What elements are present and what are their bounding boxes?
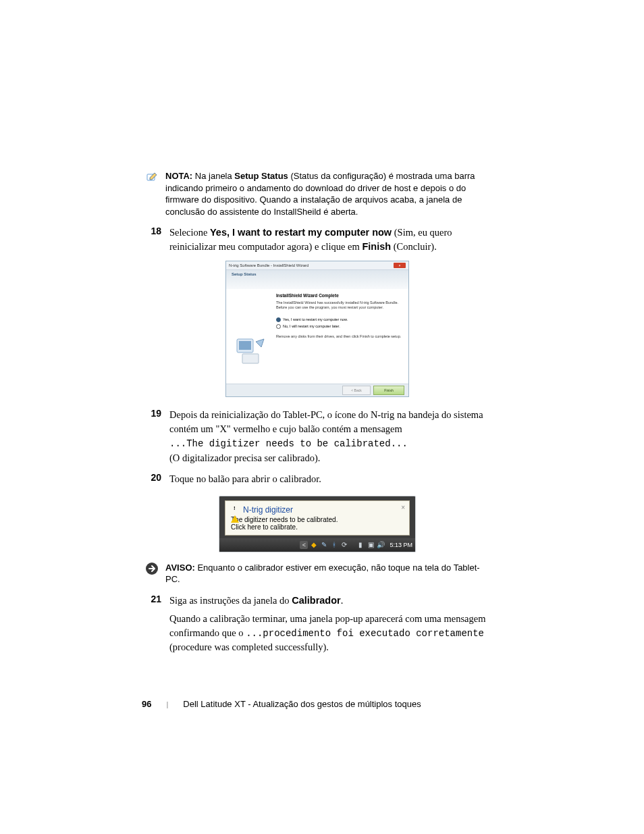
volume-icon[interactable]: 🔊 [377, 541, 385, 549]
text: . [341, 595, 344, 606]
installer-screenshot: N-trig Software Bundle - InstallShield W… [225, 261, 409, 397]
warning-icon [231, 506, 239, 514]
nota-bold: Setup Status [234, 171, 288, 181]
nota-callout: NOTA: Na janela Setup Status (Status da … [145, 170, 489, 217]
close-icon[interactable]: × [401, 504, 405, 511]
radio-unselected-icon [276, 324, 281, 329]
nota-label: NOTA: [165, 171, 192, 181]
note-pencil-icon [145, 170, 159, 184]
balloon-title: N-trig digitizer [243, 505, 293, 515]
bluetooth-icon[interactable]: ᚼ [330, 541, 338, 549]
step-body: Siga as instruções da janela do Calibrad… [169, 594, 489, 654]
code-text: ...procedimento foi executado corretamen… [246, 628, 484, 639]
tray-expand-icon[interactable]: < [300, 541, 308, 549]
balloon-screenshot: × N-trig digitizer The digitizer needs t… [219, 496, 416, 552]
installer-para2: Remove any disks from their drives, and … [276, 334, 402, 339]
text: Siga as instruções da janela do [169, 595, 292, 606]
radio-selected-icon [276, 317, 281, 322]
step-19: 19 Depois da reinicialização do Tablet-P… [145, 408, 489, 465]
radio-yes[interactable]: Yes, I want to restart my computer now. [276, 317, 402, 322]
aviso-text: Enquanto o calibrador estiver em execuçã… [165, 563, 480, 585]
code-text: ...The digitizer needs to be calibrated.… [169, 438, 408, 449]
bold-text: Yes, I want to restart my computer now [210, 227, 392, 238]
back-button[interactable]: < Back [342, 386, 371, 395]
nota-text: NOTA: Na janela Setup Status (Status da … [165, 170, 489, 217]
clock[interactable]: 5:13 PM [390, 542, 412, 548]
installer-titlebar: N-trig Software Bundle - InstallShield W… [226, 261, 408, 270]
aviso-label: AVISO: [165, 563, 195, 573]
battery-icon[interactable]: ▮ [356, 541, 365, 549]
page-number: 96 [142, 699, 151, 709]
installer-art [226, 289, 273, 384]
step-number: 19 [145, 408, 161, 419]
aviso-text-wrap: AVISO: Enquanto o calibrador estiver em … [165, 562, 489, 585]
close-icon[interactable]: × [394, 263, 406, 268]
radio-label: Yes, I want to restart my computer now. [283, 317, 348, 321]
network-icon[interactable]: ▣ [367, 541, 375, 549]
footer-separator: | [166, 700, 168, 708]
text: (Concluir). [391, 241, 437, 252]
aviso-callout: AVISO: Enquanto o calibrador estiver em … [145, 562, 489, 585]
footer-title: Dell Latitude XT - Atualização dos gesto… [183, 699, 421, 709]
balloon-line2: Click here to calibrate. [231, 523, 404, 531]
window-title: N-trig Software Bundle - InstallShield W… [229, 263, 308, 267]
step-body: Depois da reinicialização do Tablet-PC, … [169, 408, 489, 465]
step-number: 21 [145, 594, 161, 604]
balloon-title-row: N-trig digitizer [231, 505, 404, 515]
text: Selecione [169, 227, 210, 238]
installer-heading: InstallShield Wizard Complete [276, 293, 402, 298]
step-number: 18 [145, 226, 161, 236]
step-20: 20 Toque no balão para abrir o calibrado… [145, 472, 489, 486]
step-21: 21 Siga as instruções da janela do Calib… [145, 594, 489, 654]
text: Depois da reinicialização do Tablet-PC, … [169, 409, 483, 434]
text: (O digitalizador precisa ser calibrado). [169, 452, 320, 463]
taskbar: < ◆ ✎ ᚼ ⟳ ▮ ▣ 🔊 5:13 PM [219, 538, 415, 552]
installer-bottombar: < Back Finish [226, 384, 408, 396]
step-body: Toque no balão para abrir o calibrador. [169, 472, 321, 486]
step-body: Selecione Yes, I want to restart my comp… [169, 226, 489, 254]
bold-text: Calibrador [292, 595, 341, 606]
bold-text: Finish [362, 241, 391, 252]
balloon[interactable]: × N-trig digitizer The digitizer needs t… [225, 500, 410, 536]
installer-para: The InstallShield Wizard has successfull… [276, 301, 402, 310]
page-footer: 96 | Dell Latitude XT - Atualização dos … [142, 699, 421, 709]
svg-rect-3 [242, 354, 259, 363]
svg-rect-2 [239, 341, 251, 350]
finish-button[interactable]: Finish [373, 386, 404, 395]
installer-banner: Setup Status [226, 270, 408, 289]
sync-icon[interactable]: ⟳ [340, 541, 348, 549]
pen-icon[interactable]: ✎ [320, 541, 328, 549]
radio-label: No, I will restart my computer later. [283, 324, 340, 328]
shield-icon[interactable]: ◆ [310, 541, 318, 549]
step-number: 20 [145, 472, 161, 483]
text: (procedure was completed successfully). [169, 642, 329, 652]
balloon-line1: The digitizer needs to be calibrated. [231, 516, 404, 523]
notice-arrow-icon [145, 562, 159, 575]
radio-no[interactable]: No, I will restart my computer later. [276, 324, 402, 329]
step-18: 18 Selecione Yes, I want to restart my c… [145, 226, 489, 254]
